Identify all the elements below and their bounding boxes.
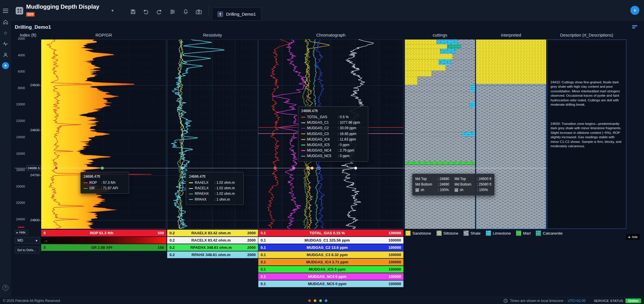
description-track: 24410: Cuttings show fine-grained, fissi… [549,39,625,229]
title-dropdown-icon[interactable]: ▾ [111,8,113,13]
scale-min: 0.1 [261,282,266,286]
set-to-default-button[interactable]: Set to Defa... [15,247,40,253]
footer: © 2025 Petrolink All Rights Reserved Tim… [0,297,644,304]
clock-icon [504,299,508,303]
page-dot[interactable] [325,299,327,302]
lith-shale [405,85,470,91]
activity-icon[interactable] [0,38,11,49]
legend-shale: Shale [463,231,481,236]
scale-MUDGAS_NC5[interactable]: 0.1MUDGAS_NC5 0 ppm100000 [258,280,403,287]
legend-label: Limestone [493,231,511,235]
track-index[interactable] [15,40,41,229]
lith-shale [405,132,462,136]
chevron-down-icon: ▾ [36,238,37,243]
scale-MUDGAS_C3[interactable]: 0.1MUDGAS_C3 8.32 ppm100000 [258,251,403,258]
scale-min: 0.1 [261,238,266,242]
hide-panel-button[interactable]: ► hide [626,234,640,240]
scale-RAAELX[interactable]: 0.2RAAELX 83.42 ohm.m2000 [167,230,258,236]
topbar: Mudlogging Depth Display ED3 ▾ Drilling_… [11,0,644,21]
scale-max: 100000 [389,231,401,235]
scale-MUDGAS_IC4[interactable]: 0.1MUDGAS_IC4 3.71 ppm100000 [258,259,403,265]
users-icon[interactable] [0,49,11,60]
lith-sandstone [405,54,453,60]
scale-label: RPAEHX 348.61 ohm.m [175,245,247,250]
scale-min: 0 [44,245,46,250]
tab-drilling-demo1[interactable]: Drilling_Demo1 [212,8,261,21]
scale-label: MUDGAS_C3 8.32 ppm [266,253,389,257]
scale-min: 0.2 [169,245,175,250]
add-display-button[interactable]: + [630,6,639,15]
scale-MUDGAS_C1[interactable]: 0.1MUDGAS_C1 325.56 ppm100000 [258,237,403,244]
notifications-bell-icon[interactable] [181,7,190,16]
scale-min: 0.2 [169,231,175,235]
scale-max: 100000 [389,245,401,250]
scale-max: 100000 [389,253,401,257]
page-dot[interactable] [319,299,322,302]
crosshair-dot [55,167,57,170]
scale-TOTAL_GAS[interactable]: 0.1TOTAL_GAS 0.15 %100000 [258,230,403,236]
lith-sandstone [405,49,440,54]
track-header-index: Index (ft) [15,33,41,37]
copyright-text: © 2025 Petrolink All Rights Reserved [3,299,60,303]
service-status-label: SERVICE STATUS [594,299,623,303]
scale-max: 100000 [389,260,401,264]
scale-max: 100000 [389,238,401,242]
chart-canvas[interactable] [0,0,644,304]
lith-sandstone [405,65,445,71]
crosshair-dot [318,167,320,170]
scale-max: 2000 [247,238,256,242]
help-icon[interactable]: ? [3,285,8,291]
app-root: ☆ + ? Mudlogging Depth Display ED3 ▾ [0,0,644,304]
lith-marl [405,162,475,165]
scale-GR[interactable]: 0GR 2.88 API150 [41,244,166,251]
lith-limestone [436,39,458,44]
scale-MUDGAS_IC5[interactable]: 0.1MUDGAS_IC5 0 ppm100000 [258,266,403,273]
lith-sandstone [476,39,546,84]
lith-shale [455,49,475,54]
scale-min: 0.1 [261,231,266,235]
shale-swatch [463,231,469,236]
snapshot-camera-icon[interactable] [194,7,203,16]
depth-unit-dropdown[interactable]: MD ▾ [15,237,40,244]
lith-shale [405,108,475,132]
page-dot[interactable] [314,299,316,302]
scale-RPAHX[interactable]: 0.2RPAHX 348.61 ohm.m2000 [167,251,258,258]
favorites-icon[interactable]: ☆ [0,27,11,38]
scale-label: RPAHX 348.61 ohm.m [175,253,247,257]
scale-label: MUDGAS_IC5 0 ppm [266,267,389,271]
scale-RPAEHX[interactable]: 0.2RPAEHX 348.61 ohm.m2000 [167,244,258,251]
scale-label: MUDGAS_IC4 3.71 ppm [266,260,389,264]
adjustments-icon[interactable] [168,7,177,16]
sandstone-swatch [405,231,411,236]
scale-max: 2000 [247,253,256,257]
lith-limestone [462,132,475,136]
hide-tracks-button[interactable]: ▸ Hide [15,230,28,235]
timezone-value[interactable]: UTC+01:00 [568,299,586,303]
scale-label: MUDGAS_C2 13.6 ppm [266,245,389,250]
home-icon[interactable] [0,16,11,27]
page-dot[interactable] [308,299,311,302]
undo-icon[interactable] [142,7,150,16]
lith-shale [405,165,475,229]
scale-max: 100000 [389,267,401,271]
timezone-text: Times are shown in local timezone - [510,299,565,303]
scale-max: 2000 [247,245,256,250]
scale-ROP[interactable]: 0ROP 51.3 ft/h500 [41,230,166,236]
lith-shale [451,59,475,65]
sidebar-add-button[interactable]: + [2,62,9,69]
crosshair-dot [354,167,357,170]
scale-MUDGAS_NC4[interactable]: 0.1MUDGAS_NC4 0 ppm100000 [258,273,403,280]
lithology-legend: SandstoneSiltstoneShaleLimestoneMarlCalc… [405,230,563,236]
scale-label: MUDGAS_NC5 0 ppm [266,282,389,286]
scale-min: 0.1 [261,274,266,279]
scale-fill-indicator[interactable]: → [41,237,166,244]
scale-MUDGAS_C2[interactable]: 0.1MUDGAS_C2 13.6 ppm100000 [258,244,403,251]
well-icon [217,11,223,17]
menu-icon[interactable] [0,5,11,16]
redo-icon[interactable] [155,7,163,16]
scale-RACELX[interactable]: 0.2RACELX 83.42 ohm.m2000 [167,237,258,244]
panel-toggle-icon[interactable] [632,25,637,29]
save-icon[interactable] [129,7,137,16]
track-headers-row: Index (ft)ROP/GRResistivityChromatograph… [0,33,644,39]
limestone-swatch [486,231,491,236]
